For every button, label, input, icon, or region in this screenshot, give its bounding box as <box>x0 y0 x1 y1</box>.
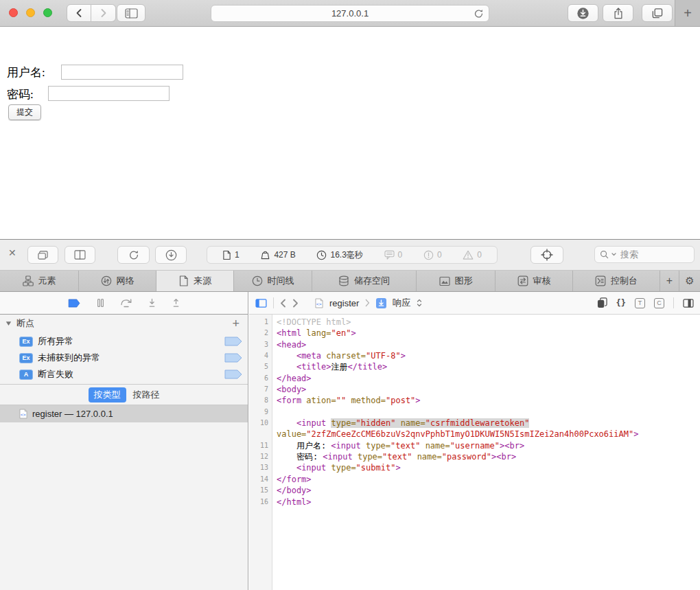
download-circle-icon <box>165 249 177 261</box>
line-number[interactable]: 5 <box>249 361 272 372</box>
filter-by-path-button[interactable]: 按路径 <box>133 389 160 401</box>
toggle-right-sidebar-icon[interactable] <box>683 299 694 308</box>
toggle-left-sidebar-icon[interactable] <box>255 299 267 308</box>
element-picker-button[interactable] <box>530 246 563 264</box>
reload-page-button[interactable] <box>117 246 150 264</box>
breakpoints-section: 断点 + Ex所有异常Ex未捕获到的异常A断言失败 按类型 按路径 <> reg… <box>0 314 248 422</box>
code-line[interactable]: 4 <meta charset="UTF-8"> <box>249 350 700 361</box>
breakpoint-row[interactable]: Ex所有异常 <box>0 333 248 350</box>
breakpoints-toggle-icon[interactable] <box>68 299 81 308</box>
breakpoint-flag-icon[interactable] <box>224 337 242 346</box>
add-breakpoint-button[interactable]: + <box>232 317 240 330</box>
breakpoint-flag-icon[interactable] <box>224 370 242 379</box>
code-line[interactable]: 12 密码: <input type="text" name="password… <box>249 451 700 462</box>
code-line[interactable]: 6</head> <box>249 373 700 384</box>
inspector-tab-bar: 元素网络来源时间线储存空间图形审核控制台 + ⚙ <box>0 271 700 292</box>
tab-storage[interactable]: 储存空间 <box>312 271 417 291</box>
code-line[interactable]: 5 <title>注册</title> <box>249 361 700 372</box>
tab-elements[interactable]: 元素 <box>0 271 79 291</box>
code-line[interactable]: 10 <input type="hidden" name="csrfmiddle… <box>249 418 700 429</box>
line-number[interactable]: 11 <box>249 440 272 451</box>
tab-console[interactable]: 控制台 <box>573 271 660 291</box>
representation-selector[interactable]: 响应 <box>393 297 410 309</box>
minimize-window-button[interactable] <box>26 8 35 17</box>
new-tab-button[interactable]: + <box>675 0 700 26</box>
toggle-sidebar-button[interactable] <box>117 4 145 22</box>
tab-audit[interactable]: 审核 <box>495 271 573 291</box>
password-field[interactable] <box>48 86 170 101</box>
forward-button[interactable] <box>91 4 116 22</box>
dock-side-button[interactable] <box>65 246 95 264</box>
zoom-window-button[interactable] <box>43 8 52 17</box>
line-number[interactable]: 1 <box>249 317 272 328</box>
code-line[interactable]: 3<head> <box>249 339 700 350</box>
line-number[interactable]: 9 <box>249 407 272 418</box>
back-button[interactable] <box>67 4 91 22</box>
breakpoint-flag-icon[interactable] <box>224 353 242 363</box>
close-window-button[interactable] <box>9 8 18 17</box>
step-over-icon[interactable] <box>120 298 132 308</box>
new-tab-panel-button[interactable]: + <box>660 271 679 291</box>
line-number[interactable]: 7 <box>249 384 272 395</box>
history-back-icon[interactable] <box>280 299 286 308</box>
code-line[interactable]: 1<!DOCTYPE html> <box>249 317 700 328</box>
code-line[interactable]: value="2zfZmCeeZcCME6bzuVs2qnvPphbT1myO1… <box>249 429 700 440</box>
code-coverage-icon[interactable]: C <box>654 298 664 308</box>
line-number[interactable] <box>249 429 272 440</box>
resource-item-register[interactable]: <> register — 127.0.0.1 <box>0 405 248 422</box>
line-number[interactable]: 8 <box>249 395 272 406</box>
breakpoint-row[interactable]: A断言失败 <box>0 366 248 383</box>
line-number[interactable]: 4 <box>249 350 272 361</box>
line-number[interactable]: 12 <box>249 451 272 462</box>
breakpoint-row[interactable]: Ex未捕获到的异常 <box>0 350 248 366</box>
tab-overview-button[interactable] <box>642 4 673 22</box>
history-forward-icon[interactable] <box>292 299 299 308</box>
local-override-icon[interactable] <box>597 297 607 308</box>
close-inspector-button[interactable]: ✕ <box>8 248 16 258</box>
filter-by-type-button[interactable]: 按类型 <box>89 387 126 402</box>
line-number[interactable]: 14 <box>249 474 272 485</box>
line-number[interactable]: 10 <box>249 418 272 429</box>
line-number[interactable]: 6 <box>249 373 272 384</box>
type-profiler-icon[interactable]: T <box>635 298 645 308</box>
code-line[interactable]: 8<form ation="" method="post"> <box>249 395 700 406</box>
tab-network[interactable]: 网络 <box>79 271 156 291</box>
code-line[interactable]: 2<html lang="en"> <box>249 328 700 339</box>
breakpoints-header[interactable]: 断点 + <box>0 314 248 333</box>
tab-timeline[interactable]: 时间线 <box>234 271 312 291</box>
code-line[interactable]: 11 用户名: <input type="text" name="usernam… <box>249 440 700 451</box>
line-number[interactable]: 2 <box>249 328 272 339</box>
breadcrumb-file[interactable]: register <box>329 298 359 308</box>
step-into-icon[interactable] <box>148 298 156 308</box>
download-icon <box>576 7 590 20</box>
sort-chevrons-icon[interactable] <box>417 299 422 307</box>
line-number[interactable]: 3 <box>249 339 272 350</box>
reload-icon[interactable] <box>474 8 484 19</box>
search-input[interactable] <box>619 249 684 260</box>
address-bar[interactable]: 127.0.0.1 <box>211 5 489 22</box>
divider <box>673 297 674 308</box>
code-line[interactable]: 13 <input type="submit"> <box>249 462 700 473</box>
share-button[interactable] <box>603 4 633 22</box>
submit-button[interactable]: 提交 <box>8 104 41 120</box>
code-line[interactable]: 7<body> <box>249 384 700 395</box>
line-number[interactable]: 13 <box>249 462 272 473</box>
line-number[interactable]: 15 <box>249 485 272 496</box>
username-field[interactable] <box>61 65 183 80</box>
step-out-icon[interactable] <box>172 298 180 308</box>
search-field[interactable] <box>594 246 695 263</box>
code-line[interactable]: 15</body> <box>249 485 700 496</box>
export-har-button[interactable] <box>155 246 187 264</box>
code-line[interactable]: 14</form> <box>249 474 700 485</box>
detach-inspector-button[interactable] <box>27 246 58 264</box>
code-line[interactable]: 16</html> <box>249 497 700 508</box>
tab-sources[interactable]: 来源 <box>156 271 234 291</box>
source-code-editor[interactable]: 1<!DOCTYPE html>2<html lang="en">3<head>… <box>249 315 700 590</box>
pause-icon[interactable] <box>96 298 105 308</box>
pretty-print-icon[interactable]: {} <box>616 298 626 308</box>
tab-graphics[interactable]: 图形 <box>417 271 495 291</box>
line-number[interactable]: 16 <box>249 497 272 508</box>
inspector-settings-button[interactable]: ⚙ <box>679 271 700 291</box>
code-line[interactable]: 9 <box>249 407 700 418</box>
downloads-button[interactable] <box>568 4 598 22</box>
